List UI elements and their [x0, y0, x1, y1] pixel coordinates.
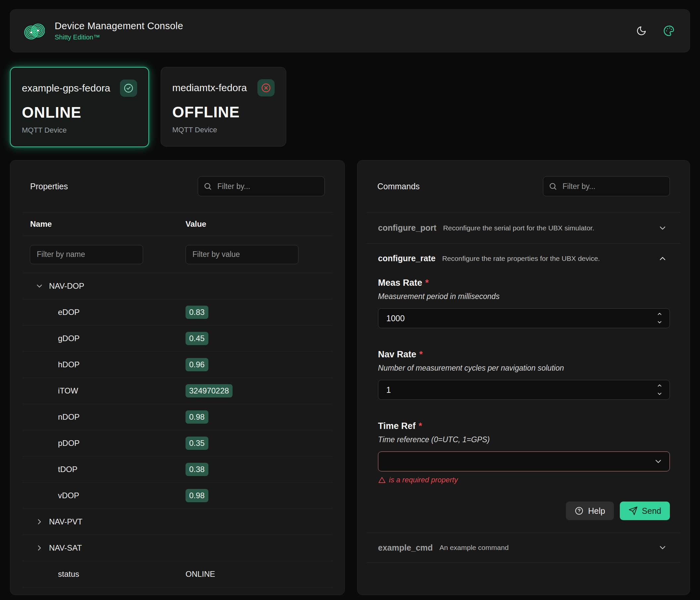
commands-panel-head: Commands [357, 161, 690, 212]
chevron-down-icon [658, 543, 667, 552]
property-group-nav-sat[interactable]: NAV-SAT [23, 535, 332, 561]
spinner-up-icon[interactable] [656, 383, 663, 388]
device-card-row: example-gps-fedora ONLINE MQTT Device me… [10, 67, 690, 147]
property-name: iTOW [23, 386, 185, 395]
properties-table-header: Name Value [23, 212, 332, 236]
number-spinners [656, 311, 663, 325]
spinner-down-icon[interactable] [656, 391, 663, 397]
field-meas-rate: Meas Rate* Measurement period in millise… [378, 278, 670, 328]
search-icon [549, 182, 557, 191]
required-marker: * [419, 350, 423, 359]
field-hint: Time reference (0=UTC, 1=GPS) [378, 435, 670, 444]
properties-table: Name Value NAV-DOP eDOP 0.83 [23, 212, 332, 587]
spinner-down-icon[interactable] [656, 319, 663, 325]
device-name: mediamtx-fedora [172, 82, 247, 94]
commands-panel: Commands configure_port Reconfigure the … [357, 160, 690, 595]
properties-filter [198, 176, 325, 196]
column-header-value: Value [185, 219, 332, 229]
send-button[interactable]: Send [620, 502, 670, 520]
command-form: Meas Rate* Measurement period in millise… [367, 273, 680, 520]
field-hint: Number of measurement cycles per navigat… [378, 364, 670, 373]
offline-status-badge [257, 79, 275, 96]
page-subtitle: Shitty Edition™ [55, 33, 183, 41]
properties-title: Properties [30, 182, 68, 191]
command-name: configure_port [378, 223, 436, 233]
nav-rate-input[interactable] [378, 380, 670, 400]
meas-rate-input[interactable] [378, 309, 670, 328]
number-spinners [656, 383, 663, 397]
device-card-head: mediamtx-fedora [172, 79, 275, 96]
send-button-label: Send [642, 506, 661, 516]
chevron-down-icon [35, 282, 44, 290]
property-name: nDOP [23, 412, 185, 422]
property-name: hDOP [23, 360, 185, 369]
property-value-badge: 0.35 [185, 437, 208, 450]
property-group-nav-dop[interactable]: NAV-DOP [23, 273, 332, 299]
property-value-badge: 0.45 [185, 332, 208, 345]
property-value: ONLINE [185, 570, 332, 579]
warning-triangle-icon [378, 476, 386, 484]
help-button-label: Help [588, 506, 605, 516]
property-row-vdop: vDOP 0.98 [23, 483, 332, 509]
help-button[interactable]: Help [566, 502, 614, 520]
value-filter-input[interactable] [185, 245, 299, 264]
property-name: tDOP [23, 465, 185, 474]
commands-filter-input[interactable] [543, 176, 670, 196]
chevron-down-icon [658, 223, 667, 233]
properties-filter-input[interactable] [198, 176, 325, 196]
property-row-hdop: hDOP 0.96 [23, 352, 332, 378]
device-type: MQTT Device [22, 126, 137, 135]
command-configure-port[interactable]: configure_port Reconfigure the serial po… [367, 212, 680, 243]
question-circle-icon [574, 506, 584, 515]
commands-filter [543, 176, 670, 196]
property-value-badge: 0.96 [185, 358, 208, 371]
property-name: vDOP [23, 491, 185, 500]
property-group-nav-pvt[interactable]: NAV-PVT [23, 509, 332, 535]
name-filter-input[interactable] [30, 245, 143, 264]
app-logo-icon [24, 22, 45, 40]
field-label: Meas Rate [378, 278, 422, 288]
device-card-mediamtx-fedora[interactable]: mediamtx-fedora OFFLINE MQTT Device [161, 67, 286, 146]
property-name: gDOP [23, 334, 185, 343]
property-value-badge: 0.83 [185, 306, 208, 319]
field-label: Nav Rate [378, 350, 417, 359]
device-card-example-gps-fedora[interactable]: example-gps-fedora ONLINE MQTT Device [10, 67, 149, 147]
command-name: example_cmd [378, 543, 433, 553]
online-status-badge [120, 79, 137, 97]
group-label: NAV-SAT [49, 543, 82, 553]
device-name: example-gps-fedora [22, 82, 110, 94]
field-nav-rate: Nav Rate* Number of measurement cycles p… [378, 350, 670, 400]
brand: Device Management Console Shitty Edition… [24, 21, 183, 41]
theme-toggle-button[interactable] [635, 24, 648, 38]
time-ref-select[interactable] [378, 452, 670, 472]
commands-title: Commands [377, 182, 420, 191]
chevron-up-icon [658, 254, 667, 263]
app-header: Device Management Console Shitty Edition… [10, 9, 690, 52]
chevron-down-icon [654, 457, 663, 466]
properties-panel: Properties Name Value [10, 160, 345, 595]
x-circle-icon [261, 82, 271, 93]
field-time-ref: Time Ref* Time reference (0=UTC, 1=GPS) [378, 421, 670, 484]
group-label: NAV-DOP [49, 282, 84, 291]
property-value-badge: 0.98 [185, 410, 208, 424]
spinner-up-icon[interactable] [656, 311, 663, 317]
command-description: Reconfigure the serial port for the UBX … [443, 224, 594, 232]
command-actions: Help Send [378, 502, 670, 520]
property-row-gdop: gDOP 0.45 [23, 326, 332, 352]
field-label: Time Ref [378, 421, 416, 431]
command-configure-rate[interactable]: configure_rate Reconfigure the rate prop… [367, 243, 680, 273]
device-status: ONLINE [22, 103, 137, 121]
palette-icon [663, 25, 674, 37]
command-example-cmd[interactable]: example_cmd An example command [367, 533, 680, 562]
appearance-button[interactable] [662, 24, 676, 38]
meas-rate-input-wrap [378, 308, 670, 328]
paper-plane-icon [628, 506, 638, 515]
group-label: NAV-PVT [49, 517, 82, 526]
error-text: is a required property [389, 476, 458, 484]
title-block: Device Management Console Shitty Edition… [55, 21, 183, 41]
property-row-itow: iTOW 324970228 [23, 378, 332, 404]
property-row-ndop: nDOP 0.98 [23, 404, 332, 430]
page-title: Device Management Console [55, 21, 183, 31]
topbar-actions [635, 24, 676, 38]
column-header-name: Name [23, 219, 185, 229]
